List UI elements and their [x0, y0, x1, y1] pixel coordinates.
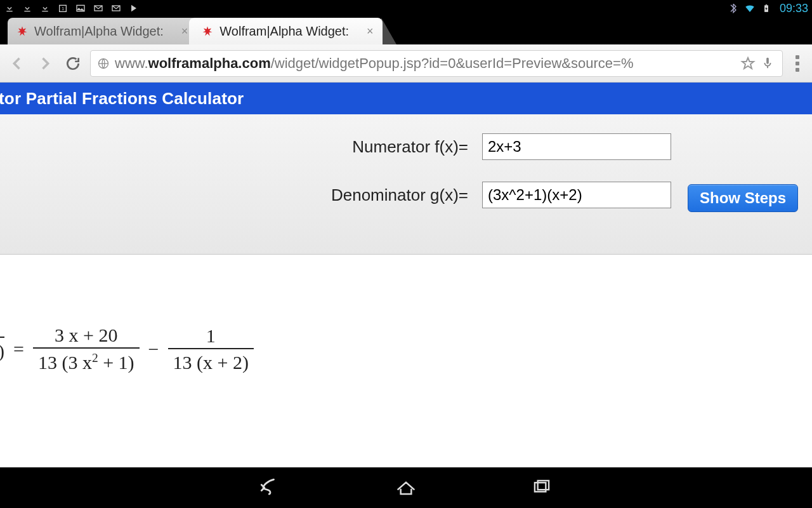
reload-button[interactable] [62, 53, 84, 74]
result-area: 1) = 3 x + 20 13 (3 x2 + 1) − 1 13 (x + … [0, 255, 812, 324]
mail-icon [110, 3, 122, 14]
back-button[interactable] [6, 53, 28, 74]
download-icon [39, 3, 51, 14]
numerator-label: Numerator f(x)= [25, 137, 482, 157]
bluetooth-icon [728, 3, 739, 14]
denominator-input[interactable] [482, 182, 671, 208]
android-nav-bar [0, 467, 812, 508]
mail-icon [93, 3, 104, 14]
svg-text:1: 1 [62, 6, 64, 11]
browser-tabstrip: Wolfram|Alpha Widget: × Wolfram|Alpha Wi… [0, 17, 812, 44]
wifi-icon [744, 3, 756, 14]
picture-icon [75, 3, 86, 14]
svg-rect-10 [766, 57, 769, 64]
bookmark-star-icon[interactable] [740, 56, 756, 71]
svg-marker-8 [203, 27, 213, 36]
widget-form: Numerator f(x)= Denominator g(x)= Show S… [0, 114, 812, 255]
forward-button[interactable] [34, 53, 56, 74]
tab-title: Wolfram|Alpha Widget: [219, 24, 349, 39]
mic-icon[interactable] [761, 56, 776, 71]
result-equation: 1) = 3 x + 20 13 (3 x2 + 1) − 1 13 (x + … [0, 324, 254, 373]
tab-title: Wolfram|Alpha Widget: [34, 24, 164, 39]
home-nav-button[interactable] [392, 474, 420, 502]
clock-text: 09:33 [780, 2, 808, 15]
android-status-bar: 1 09:33 [0, 0, 812, 17]
recent-nav-button[interactable] [528, 474, 556, 502]
wolfram-favicon [202, 25, 213, 37]
calendar-icon: 1 [57, 3, 69, 14]
svg-rect-6 [766, 4, 767, 5]
show-steps-button[interactable]: Show Steps [688, 184, 798, 212]
page-title: tor Partial Fractions Calculator [0, 83, 812, 114]
svg-marker-7 [18, 27, 27, 36]
playstore-icon [128, 3, 140, 14]
numerator-input[interactable] [482, 133, 671, 160]
url-text: www.wolframalpha.com/widget/widgetPopup.… [115, 55, 735, 72]
page-title-text: tor Partial Fractions Calculator [0, 89, 244, 109]
back-nav-button[interactable] [256, 474, 284, 502]
page-viewport: tor Partial Fractions Calculator Numerat… [0, 83, 812, 467]
download-icon [22, 3, 33, 14]
globe-icon [97, 57, 110, 70]
denominator-label: Denominator g(x)= [25, 185, 482, 205]
tab-active[interactable]: Wolfram|Alpha Widget: × [189, 18, 382, 44]
close-icon[interactable]: × [181, 25, 188, 38]
browser-toolbar: www.wolframalpha.com/widget/widgetPopup.… [0, 44, 812, 83]
close-icon[interactable]: × [367, 25, 374, 38]
address-bar[interactable]: www.wolframalpha.com/widget/widgetPopup.… [90, 50, 783, 77]
tab-background[interactable]: Wolfram|Alpha Widget: × [8, 18, 197, 44]
overflow-menu-button[interactable] [789, 55, 806, 72]
battery-icon [761, 3, 772, 14]
download-icon [4, 3, 15, 14]
new-tab-corner[interactable] [381, 18, 396, 44]
wolfram-favicon [16, 25, 28, 37]
